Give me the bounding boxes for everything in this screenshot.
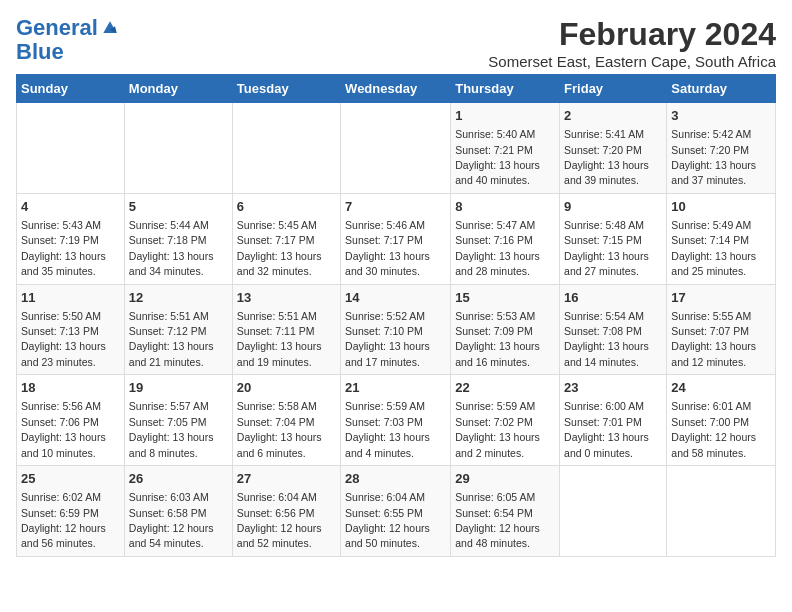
calendar-cell: 6 Sunrise: 5:45 AMSunset: 7:17 PMDayligh… bbox=[232, 193, 340, 284]
calendar-cell: 12 Sunrise: 5:51 AMSunset: 7:12 PMDaylig… bbox=[124, 284, 232, 375]
day-number: 28 bbox=[345, 470, 446, 488]
calendar-cell: 29 Sunrise: 6:05 AMSunset: 6:54 PMDaylig… bbox=[451, 466, 560, 557]
day-info: Sunrise: 5:56 AMSunset: 7:06 PMDaylight:… bbox=[21, 400, 106, 458]
calendar-header-row: SundayMondayTuesdayWednesdayThursdayFrid… bbox=[17, 75, 776, 103]
day-info: Sunrise: 5:49 AMSunset: 7:14 PMDaylight:… bbox=[671, 219, 756, 277]
day-info: Sunrise: 5:51 AMSunset: 7:11 PMDaylight:… bbox=[237, 310, 322, 368]
day-info: Sunrise: 5:40 AMSunset: 7:21 PMDaylight:… bbox=[455, 128, 540, 186]
calendar-cell: 14 Sunrise: 5:52 AMSunset: 7:10 PMDaylig… bbox=[341, 284, 451, 375]
week-row-2: 4 Sunrise: 5:43 AMSunset: 7:19 PMDayligh… bbox=[17, 193, 776, 284]
logo-icon bbox=[100, 18, 120, 38]
week-row-5: 25 Sunrise: 6:02 AMSunset: 6:59 PMDaylig… bbox=[17, 466, 776, 557]
day-info: Sunrise: 6:02 AMSunset: 6:59 PMDaylight:… bbox=[21, 491, 106, 549]
day-number: 23 bbox=[564, 379, 662, 397]
day-number: 19 bbox=[129, 379, 228, 397]
day-info: Sunrise: 5:57 AMSunset: 7:05 PMDaylight:… bbox=[129, 400, 214, 458]
day-info: Sunrise: 5:47 AMSunset: 7:16 PMDaylight:… bbox=[455, 219, 540, 277]
day-number: 17 bbox=[671, 289, 771, 307]
day-number: 8 bbox=[455, 198, 555, 216]
calendar-cell bbox=[560, 466, 667, 557]
calendar-cell: 2 Sunrise: 5:41 AMSunset: 7:20 PMDayligh… bbox=[560, 103, 667, 194]
day-number: 25 bbox=[21, 470, 120, 488]
calendar-cell: 26 Sunrise: 6:03 AMSunset: 6:58 PMDaylig… bbox=[124, 466, 232, 557]
calendar-cell: 25 Sunrise: 6:02 AMSunset: 6:59 PMDaylig… bbox=[17, 466, 125, 557]
calendar-cell: 17 Sunrise: 5:55 AMSunset: 7:07 PMDaylig… bbox=[667, 284, 776, 375]
calendar-cell: 7 Sunrise: 5:46 AMSunset: 7:17 PMDayligh… bbox=[341, 193, 451, 284]
day-number: 5 bbox=[129, 198, 228, 216]
day-info: Sunrise: 5:42 AMSunset: 7:20 PMDaylight:… bbox=[671, 128, 756, 186]
day-info: Sunrise: 5:44 AMSunset: 7:18 PMDaylight:… bbox=[129, 219, 214, 277]
logo: General Blue bbox=[16, 16, 120, 64]
day-info: Sunrise: 5:54 AMSunset: 7:08 PMDaylight:… bbox=[564, 310, 649, 368]
calendar-cell bbox=[17, 103, 125, 194]
page-header: General Blue February 2024 Somerset East… bbox=[16, 16, 776, 70]
calendar-cell: 20 Sunrise: 5:58 AMSunset: 7:04 PMDaylig… bbox=[232, 375, 340, 466]
day-info: Sunrise: 6:00 AMSunset: 7:01 PMDaylight:… bbox=[564, 400, 649, 458]
day-number: 24 bbox=[671, 379, 771, 397]
calendar-cell: 10 Sunrise: 5:49 AMSunset: 7:14 PMDaylig… bbox=[667, 193, 776, 284]
calendar-cell: 15 Sunrise: 5:53 AMSunset: 7:09 PMDaylig… bbox=[451, 284, 560, 375]
calendar-cell: 28 Sunrise: 6:04 AMSunset: 6:55 PMDaylig… bbox=[341, 466, 451, 557]
day-number: 6 bbox=[237, 198, 336, 216]
header-thursday: Thursday bbox=[451, 75, 560, 103]
day-info: Sunrise: 5:59 AMSunset: 7:03 PMDaylight:… bbox=[345, 400, 430, 458]
day-info: Sunrise: 5:58 AMSunset: 7:04 PMDaylight:… bbox=[237, 400, 322, 458]
calendar-cell bbox=[341, 103, 451, 194]
day-info: Sunrise: 6:01 AMSunset: 7:00 PMDaylight:… bbox=[671, 400, 756, 458]
day-info: Sunrise: 6:04 AMSunset: 6:55 PMDaylight:… bbox=[345, 491, 430, 549]
calendar-table: SundayMondayTuesdayWednesdayThursdayFrid… bbox=[16, 74, 776, 557]
day-info: Sunrise: 5:41 AMSunset: 7:20 PMDaylight:… bbox=[564, 128, 649, 186]
day-number: 13 bbox=[237, 289, 336, 307]
calendar-cell: 5 Sunrise: 5:44 AMSunset: 7:18 PMDayligh… bbox=[124, 193, 232, 284]
calendar-cell: 19 Sunrise: 5:57 AMSunset: 7:05 PMDaylig… bbox=[124, 375, 232, 466]
calendar-cell: 18 Sunrise: 5:56 AMSunset: 7:06 PMDaylig… bbox=[17, 375, 125, 466]
logo-text: General bbox=[16, 16, 98, 40]
calendar-cell: 22 Sunrise: 5:59 AMSunset: 7:02 PMDaylig… bbox=[451, 375, 560, 466]
day-info: Sunrise: 5:52 AMSunset: 7:10 PMDaylight:… bbox=[345, 310, 430, 368]
day-info: Sunrise: 5:43 AMSunset: 7:19 PMDaylight:… bbox=[21, 219, 106, 277]
day-info: Sunrise: 5:55 AMSunset: 7:07 PMDaylight:… bbox=[671, 310, 756, 368]
day-info: Sunrise: 5:48 AMSunset: 7:15 PMDaylight:… bbox=[564, 219, 649, 277]
main-title: February 2024 bbox=[488, 16, 776, 53]
day-number: 16 bbox=[564, 289, 662, 307]
calendar-cell: 3 Sunrise: 5:42 AMSunset: 7:20 PMDayligh… bbox=[667, 103, 776, 194]
day-number: 1 bbox=[455, 107, 555, 125]
week-row-3: 11 Sunrise: 5:50 AMSunset: 7:13 PMDaylig… bbox=[17, 284, 776, 375]
day-number: 27 bbox=[237, 470, 336, 488]
day-number: 3 bbox=[671, 107, 771, 125]
calendar-cell: 1 Sunrise: 5:40 AMSunset: 7:21 PMDayligh… bbox=[451, 103, 560, 194]
week-row-4: 18 Sunrise: 5:56 AMSunset: 7:06 PMDaylig… bbox=[17, 375, 776, 466]
title-block: February 2024 Somerset East, Eastern Cap… bbox=[488, 16, 776, 70]
calendar-cell: 13 Sunrise: 5:51 AMSunset: 7:11 PMDaylig… bbox=[232, 284, 340, 375]
day-info: Sunrise: 5:46 AMSunset: 7:17 PMDaylight:… bbox=[345, 219, 430, 277]
calendar-cell: 8 Sunrise: 5:47 AMSunset: 7:16 PMDayligh… bbox=[451, 193, 560, 284]
day-info: Sunrise: 5:51 AMSunset: 7:12 PMDaylight:… bbox=[129, 310, 214, 368]
calendar-cell bbox=[232, 103, 340, 194]
day-number: 29 bbox=[455, 470, 555, 488]
day-info: Sunrise: 5:59 AMSunset: 7:02 PMDaylight:… bbox=[455, 400, 540, 458]
header-saturday: Saturday bbox=[667, 75, 776, 103]
day-info: Sunrise: 6:03 AMSunset: 6:58 PMDaylight:… bbox=[129, 491, 214, 549]
day-number: 7 bbox=[345, 198, 446, 216]
day-number: 18 bbox=[21, 379, 120, 397]
header-wednesday: Wednesday bbox=[341, 75, 451, 103]
calendar-cell: 23 Sunrise: 6:00 AMSunset: 7:01 PMDaylig… bbox=[560, 375, 667, 466]
day-number: 21 bbox=[345, 379, 446, 397]
header-tuesday: Tuesday bbox=[232, 75, 340, 103]
calendar-cell: 27 Sunrise: 6:04 AMSunset: 6:56 PMDaylig… bbox=[232, 466, 340, 557]
calendar-cell: 16 Sunrise: 5:54 AMSunset: 7:08 PMDaylig… bbox=[560, 284, 667, 375]
day-number: 11 bbox=[21, 289, 120, 307]
day-info: Sunrise: 6:04 AMSunset: 6:56 PMDaylight:… bbox=[237, 491, 322, 549]
day-number: 14 bbox=[345, 289, 446, 307]
day-number: 15 bbox=[455, 289, 555, 307]
day-number: 26 bbox=[129, 470, 228, 488]
day-number: 10 bbox=[671, 198, 771, 216]
day-number: 12 bbox=[129, 289, 228, 307]
day-info: Sunrise: 5:53 AMSunset: 7:09 PMDaylight:… bbox=[455, 310, 540, 368]
header-monday: Monday bbox=[124, 75, 232, 103]
day-info: Sunrise: 5:45 AMSunset: 7:17 PMDaylight:… bbox=[237, 219, 322, 277]
calendar-cell: 24 Sunrise: 6:01 AMSunset: 7:00 PMDaylig… bbox=[667, 375, 776, 466]
day-number: 20 bbox=[237, 379, 336, 397]
day-info: Sunrise: 6:05 AMSunset: 6:54 PMDaylight:… bbox=[455, 491, 540, 549]
day-number: 4 bbox=[21, 198, 120, 216]
